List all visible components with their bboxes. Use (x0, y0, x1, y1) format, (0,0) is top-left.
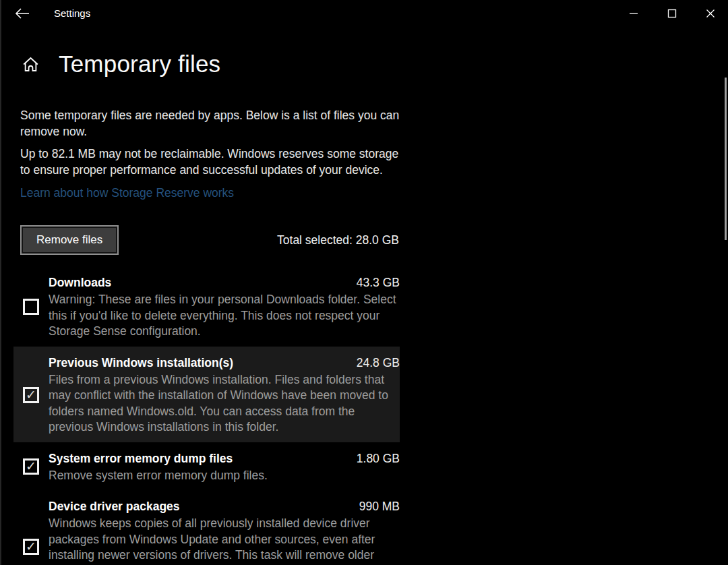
file-name: Previous Windows installation(s) (49, 355, 233, 371)
checkbox-column (23, 458, 49, 475)
file-checkbox[interactable] (23, 387, 39, 403)
home-icon (22, 55, 40, 73)
intro-paragraph-1: Some temporary files are needed by apps.… (20, 108, 401, 140)
back-arrow-icon (14, 6, 30, 21)
minimize-icon (629, 9, 638, 18)
file-size: 1.80 GB (357, 450, 400, 467)
vertical-scrollbar-thumb[interactable] (725, 78, 727, 240)
page-header: Temporary files (22, 49, 728, 80)
file-description: Windows keeps copies of all previously i… (49, 516, 400, 565)
total-selected-label: Total selected: 28.0 GB (277, 233, 399, 247)
file-text-column: System error memory dump files 1.80 GB R… (49, 450, 400, 484)
file-text-column: Device driver packages 990 MB Windows ke… (49, 498, 400, 565)
checkbox-column (23, 539, 49, 555)
file-name: System error memory dump files (49, 450, 233, 467)
file-text-column: Downloads 43.3 GB Warning: These are fil… (49, 274, 400, 340)
close-icon (706, 9, 715, 18)
file-size: 24.8 GB (357, 355, 400, 371)
file-row[interactable]: System error memory dump files 1.80 GB R… (13, 442, 400, 491)
file-description: Remove system error memory dump files. (49, 468, 400, 484)
file-checkbox[interactable] (23, 458, 39, 475)
back-button[interactable] (12, 5, 32, 22)
intro-section: Some temporary files are needed by apps.… (20, 108, 401, 200)
file-row[interactable]: Device driver packages 990 MB Windows ke… (13, 490, 400, 565)
content-pane: Temporary files Some temporary files are… (0, 49, 728, 565)
file-description: Files from a previous Windows installati… (49, 372, 400, 436)
checkbox-column (23, 299, 49, 315)
window-left-edge (0, 0, 1, 565)
close-button[interactable] (695, 3, 726, 24)
file-checkbox[interactable] (23, 539, 39, 555)
file-list: Downloads 43.3 GB Warning: These are fil… (13, 266, 400, 565)
file-name: Downloads (49, 274, 111, 291)
file-row[interactable]: Previous Windows installation(s) 24.8 GB… (13, 347, 400, 442)
file-description: Warning: These are files in your persona… (49, 292, 400, 340)
intro-paragraph-2: Up to 82.1 MB may not be reclaimable. Wi… (20, 146, 401, 178)
toolbar: Remove files Total selected: 28.0 GB (20, 225, 399, 255)
titlebar: Settings (0, 0, 728, 27)
file-name: Device driver packages (49, 498, 180, 514)
maximize-button[interactable] (657, 3, 688, 24)
minimize-button[interactable] (618, 3, 649, 24)
checkbox-column (23, 387, 49, 403)
file-size: 43.3 GB (357, 274, 400, 291)
storage-reserve-link[interactable]: Learn about how Storage Reserve works (20, 186, 234, 200)
file-row[interactable]: Downloads 43.3 GB Warning: These are fil… (13, 266, 400, 347)
maximize-icon (667, 9, 677, 18)
file-text-column: Previous Windows installation(s) 24.8 GB… (49, 355, 400, 436)
file-checkbox[interactable] (23, 299, 39, 315)
page-title: Temporary files (59, 51, 220, 78)
remove-files-button[interactable]: Remove files (20, 225, 119, 255)
file-size: 990 MB (359, 498, 400, 514)
titlebar-title: Settings (54, 7, 90, 19)
